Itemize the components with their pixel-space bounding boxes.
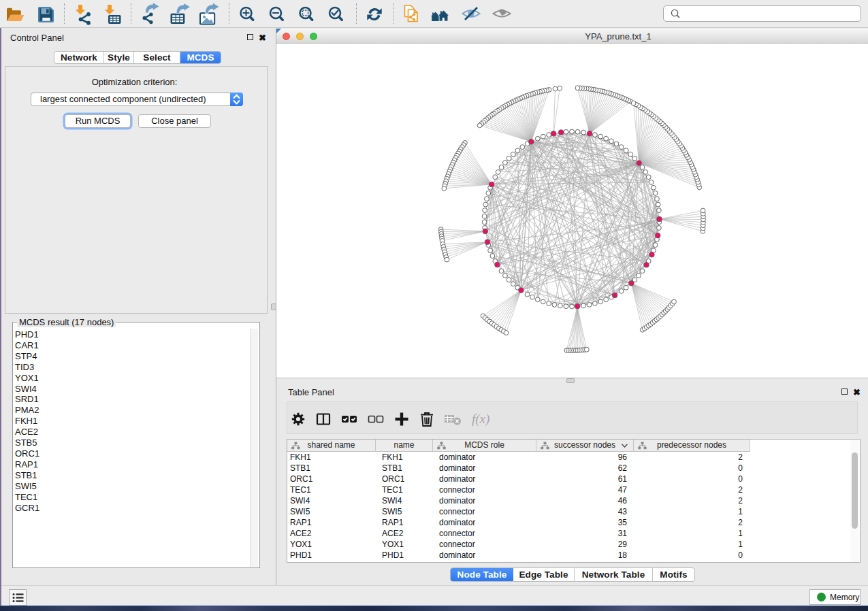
- svg-text:f(x): f(x): [472, 412, 489, 427]
